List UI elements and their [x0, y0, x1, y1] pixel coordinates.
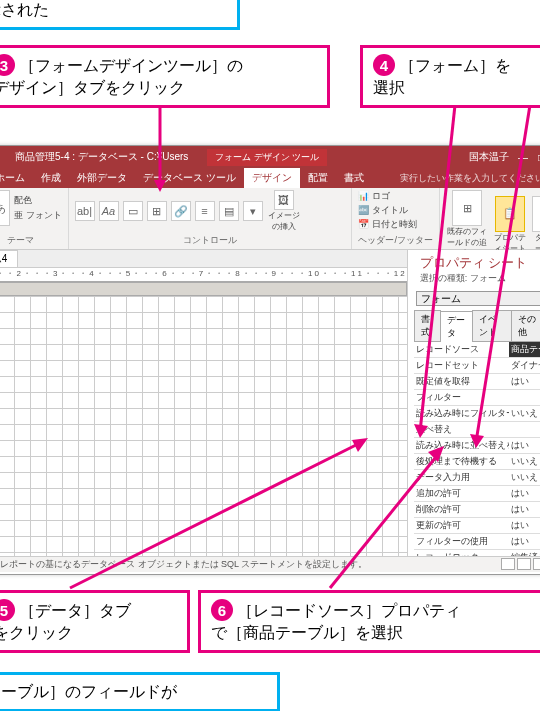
view-datasheet[interactable]: [517, 558, 531, 570]
tab-dbtools[interactable]: データベース ツール: [135, 168, 244, 188]
property-row[interactable]: データ入力用いいえ: [414, 470, 540, 486]
control-list[interactable]: ▤: [219, 201, 239, 221]
property-value[interactable]: はい: [509, 518, 540, 533]
step-5-num: 5: [0, 599, 15, 621]
property-name: レコードセット: [414, 358, 509, 373]
add-existing-fields-button[interactable]: ⊞: [452, 190, 482, 226]
property-row[interactable]: 削除の許可はい: [414, 502, 540, 518]
property-sheet-button[interactable]: 📋: [495, 196, 525, 232]
tab-create[interactable]: 作成: [33, 168, 69, 188]
contextual-tab-label: フォーム デザイン ツール: [207, 149, 327, 166]
property-name: 並べ替え: [414, 422, 509, 437]
callout-step3: 3［フォームデザインツール］のデザイン］タブをクリック: [0, 45, 330, 108]
view-form[interactable]: [501, 558, 515, 570]
logo-button[interactable]: 📊 ロゴ: [358, 190, 390, 203]
datetime-button[interactable]: 📅 日付と時刻: [358, 218, 417, 231]
minimize-button[interactable]: ―: [515, 150, 531, 164]
title-button[interactable]: 🔤 タイトル: [358, 204, 408, 217]
ribbon-group-tools: ⊞ 既存のフィールドの追加 📋 プロパティシート ⇄ タブオーダー ツール: [440, 188, 540, 249]
property-rows: レコードソース商品テーブルレコードセットダイナセット既定値を取得はいフィルター読…: [414, 342, 540, 556]
property-row[interactable]: 追加の許可はい: [414, 486, 540, 502]
prop-tab-other[interactable]: その他: [511, 310, 540, 341]
property-value[interactable]: [509, 422, 540, 437]
property-row[interactable]: フィルター: [414, 390, 540, 406]
view-buttons: [501, 558, 540, 571]
tab-external[interactable]: 外部データ: [69, 168, 135, 188]
step-6-num: 6: [211, 599, 233, 621]
property-sheet: プロパティ シート × 選択の種類: フォーム フォーム 書式 データ イベント…: [407, 250, 540, 556]
control-tab[interactable]: ⊞: [147, 201, 167, 221]
property-value[interactable]: はい: [509, 486, 540, 501]
property-row[interactable]: 並べ替え: [414, 422, 540, 438]
step-4-num: 4: [373, 54, 395, 76]
property-value[interactable]: ダイナセット: [509, 358, 540, 373]
property-selection-type: 選択の種類: フォーム: [408, 272, 540, 289]
property-object-selector[interactable]: フォーム: [416, 291, 540, 306]
ribbon-group-headerfooter: 📊 ロゴ 🔤 タイトル 📅 日付と時刻 ヘッダー/フッター: [352, 188, 440, 249]
form-design-area: 📄 フォーム4 ・・・1・・・2・・・3・・・4・・・5・・・6・・・7・・・8…: [0, 250, 407, 556]
view-layout[interactable]: [533, 558, 540, 570]
property-value[interactable]: 編集済みレコード: [509, 550, 540, 556]
tab-home[interactable]: ホーム: [0, 168, 33, 188]
ribbon-group-controls: ab| Aa ▭ ⊞ 🔗 ≡ ▤ ▾ 🖼 イメージの挿入 コントロール: [69, 188, 353, 249]
object-select[interactable]: フォーム: [416, 291, 540, 306]
callout-step6: 6［レコードソース］プロパティで［商品テーブル］を選択: [198, 590, 540, 653]
control-textbox[interactable]: ab|: [75, 201, 95, 221]
themes-button[interactable]: 亜あ: [0, 190, 10, 226]
control-button[interactable]: ▭: [123, 201, 143, 221]
property-row[interactable]: 後処理まで待機するいいえ: [414, 454, 540, 470]
maximize-button[interactable]: □: [533, 150, 540, 164]
property-row[interactable]: 更新の許可はい: [414, 518, 540, 534]
property-row[interactable]: レコードセットダイナセット: [414, 358, 540, 374]
tab-design[interactable]: デザイン: [244, 168, 300, 188]
step-3-num: 3: [0, 54, 15, 76]
colors-button[interactable]: 配色: [14, 194, 62, 207]
horizontal-ruler: ・・・1・・・2・・・3・・・4・・・5・・・6・・・7・・・8・・・9・・・1…: [0, 268, 407, 282]
prop-tab-data[interactable]: データ: [440, 311, 473, 342]
ribbon-tabs: ファイル ホーム 作成 外部データ データベース ツール デザイン 配置 書式 …: [0, 168, 540, 188]
control-link[interactable]: 🔗: [171, 201, 191, 221]
ribbon-body: ▦ 表示 亜あ 配色 亜 フォント テーマ ab| Aa ▭ ⊞ 🔗 ≡ ▤: [0, 188, 540, 250]
property-name: 既定値を取得: [414, 374, 509, 389]
property-row[interactable]: 読み込み時に並べ替えを適用はい: [414, 438, 540, 454]
detail-section-bar[interactable]: ◆ 詳細: [0, 282, 407, 296]
property-row[interactable]: 既定値を取得はい: [414, 374, 540, 390]
prop-tab-event[interactable]: イベント: [472, 310, 512, 341]
property-row[interactable]: レコードソース商品テーブル: [414, 342, 540, 358]
property-value[interactable]: 商品テーブル: [509, 342, 540, 357]
property-value[interactable]: はい: [509, 438, 540, 453]
main-area: ての Access… 顧客テーブル商品テーブル受注テーブル受注テーブル2売上テー…: [0, 250, 540, 556]
tab-arrange[interactable]: 配置: [300, 168, 336, 188]
design-grid[interactable]: 12345678910111213: [0, 296, 407, 556]
property-name: データ入力用: [414, 470, 509, 485]
property-name: 後処理まで待機する: [414, 454, 509, 469]
form-tab[interactable]: 📄 フォーム4: [0, 250, 18, 267]
property-value[interactable]: いいえ: [509, 406, 540, 421]
tab-order-button[interactable]: ⇄: [532, 196, 540, 232]
property-value[interactable]: いいえ: [509, 454, 540, 469]
property-name: 追加の許可: [414, 486, 509, 501]
control-more[interactable]: ▾: [243, 201, 263, 221]
property-row[interactable]: レコードロック編集済みレコード: [414, 550, 540, 556]
fonts-button[interactable]: 亜 フォント: [14, 209, 62, 222]
property-value[interactable]: はい: [509, 374, 540, 389]
property-value[interactable]: いいえ: [509, 470, 540, 485]
property-name: レコードソース: [414, 342, 509, 357]
tell-me[interactable]: 実行したい作業を入力してください: [392, 169, 540, 188]
document-tabs: 📄 フォーム4: [0, 250, 407, 268]
property-value[interactable]: はい: [509, 534, 540, 549]
control-label[interactable]: Aa: [99, 201, 119, 221]
user-name: 国本温子: [469, 150, 509, 164]
tab-format[interactable]: 書式: [336, 168, 372, 188]
property-value[interactable]: はい: [509, 502, 540, 517]
property-sheet-title: プロパティ シート ×: [408, 250, 540, 272]
control-combo[interactable]: ≡: [195, 201, 215, 221]
property-value[interactable]: [509, 390, 540, 405]
insert-image-button[interactable]: 🖼: [274, 190, 294, 210]
property-name: 削除の許可: [414, 502, 509, 517]
property-row[interactable]: 読み込み時にフィルターを適用いいえ: [414, 406, 540, 422]
status-text: フォームまたはレポートの基になるデータベース オブジェクトまたは SQL ステー…: [0, 558, 367, 571]
callout-displayed: で表示された: [0, 0, 240, 30]
prop-tab-format[interactable]: 書式: [414, 310, 441, 341]
property-row[interactable]: フィルターの使用はい: [414, 534, 540, 550]
